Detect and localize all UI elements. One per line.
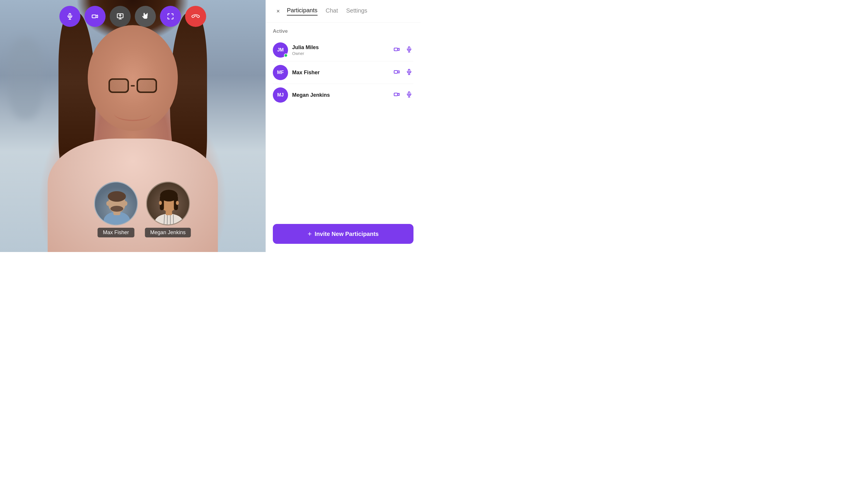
svg-rect-3 (92, 15, 96, 18)
camera-svg-julia (394, 46, 400, 53)
thumb-max-photo (94, 182, 138, 226)
participant-row-megan: MJ Megan Jenkins (273, 84, 413, 106)
mic-button[interactable] (59, 6, 80, 27)
glasses-overlay (88, 70, 178, 101)
camera-icon-max[interactable] (392, 68, 401, 78)
hand-cursor-icon (141, 12, 150, 21)
invite-plus-icon: + (308, 230, 312, 238)
mic-svg-megan (406, 91, 412, 98)
svg-point-16 (106, 201, 110, 206)
mic-svg-max (406, 69, 412, 75)
end-call-button[interactable] (185, 6, 206, 27)
svg-line-23 (173, 215, 174, 226)
avatar-initials-max: MF (277, 70, 284, 75)
camera-icon-julia[interactable] (392, 45, 401, 55)
panel-tabs: Participants Chat Settings (287, 7, 413, 16)
fullscreen-icon (167, 13, 174, 20)
avatar-initials-megan: MJ (277, 92, 284, 98)
svg-rect-31 (394, 48, 398, 51)
tab-settings[interactable]: Settings (346, 7, 367, 16)
participant-name-megan: Megan Jenkins (292, 92, 392, 98)
phone-end-icon (191, 12, 201, 21)
invite-btn-container: + Invite New Participants (266, 218, 420, 252)
svg-point-14 (108, 191, 126, 202)
svg-rect-39 (394, 93, 398, 95)
video-area: Max Fisher (0, 0, 266, 252)
avatar-julia: JM (273, 42, 288, 58)
participant-info-megan: Megan Jenkins (292, 92, 392, 98)
svg-rect-36 (408, 69, 410, 72)
svg-rect-0 (69, 14, 71, 17)
glasses-bridge (131, 85, 135, 87)
controls-toolbar (59, 6, 206, 27)
participant-row-max: MF Max Fisher (273, 61, 413, 84)
mic-svg-julia (406, 46, 412, 53)
left-lens (108, 78, 129, 93)
thumb-megan-name: Megan Jenkins (145, 228, 191, 237)
active-section-label: Active (273, 28, 413, 34)
tab-chat[interactable]: Chat (326, 7, 338, 16)
svg-point-30 (176, 201, 179, 205)
svg-rect-35 (394, 70, 398, 73)
mic-icon-megan[interactable] (405, 90, 413, 100)
panel-header: × Participants Chat Settings (266, 0, 420, 22)
avatar-initials-julia: JM (277, 47, 284, 53)
effects-button[interactable] (135, 6, 156, 27)
close-panel-button[interactable]: × (273, 6, 283, 16)
tab-participants[interactable]: Participants (287, 7, 318, 16)
participant-name-max: Max Fisher (292, 70, 392, 76)
svg-rect-32 (408, 47, 410, 49)
thumb-max-name: Max Fisher (98, 228, 134, 237)
thumbnail-participants: Max Fisher (94, 182, 191, 237)
invite-btn-label: Invite New Participants (315, 231, 379, 237)
right-lens (137, 78, 157, 93)
svg-point-17 (124, 201, 127, 206)
max-avatar-svg (95, 182, 138, 226)
participant-icons-megan (392, 90, 413, 100)
participant-info-max: Max Fisher (292, 70, 392, 76)
thumbnail-max-fisher[interactable]: Max Fisher (94, 182, 138, 237)
mic-icon-julia[interactable] (405, 45, 413, 55)
camera-icon-megan[interactable] (392, 90, 401, 100)
avatar-max: MF (273, 65, 288, 80)
svg-point-15 (110, 206, 123, 212)
camera-icon (91, 13, 99, 20)
camera-svg-max (394, 69, 400, 75)
thumbnail-megan-jenkins[interactable]: Megan Jenkins (145, 182, 191, 237)
participant-role-julia: Owner (292, 51, 392, 56)
screen-share-icon (117, 13, 124, 20)
avatar-megan: MJ (273, 87, 288, 103)
camera-button[interactable] (85, 6, 106, 27)
svg-point-29 (159, 201, 162, 205)
mic-icon-max[interactable] (405, 68, 413, 78)
screen-share-button[interactable] (110, 6, 131, 27)
camera-svg-megan (394, 91, 400, 98)
panel-content: Active JM Julia Miles Owner (266, 22, 420, 218)
participant-row-julia: JM Julia Miles Owner (273, 39, 413, 61)
megan-avatar-svg (147, 182, 190, 226)
fullscreen-button[interactable] (160, 6, 181, 27)
invite-new-participants-button[interactable]: + Invite New Participants (273, 224, 413, 244)
participant-info-julia: Julia Miles Owner (292, 44, 392, 56)
mic-icon (66, 13, 73, 20)
participant-name-julia: Julia Miles (292, 44, 392, 51)
thumb-megan-photo (146, 182, 190, 226)
svg-rect-40 (408, 91, 410, 94)
participant-icons-max (392, 68, 413, 78)
participant-icons-julia (392, 45, 413, 55)
online-indicator-julia (284, 54, 288, 57)
right-panel: × Participants Chat Settings Active JM J… (266, 0, 420, 252)
